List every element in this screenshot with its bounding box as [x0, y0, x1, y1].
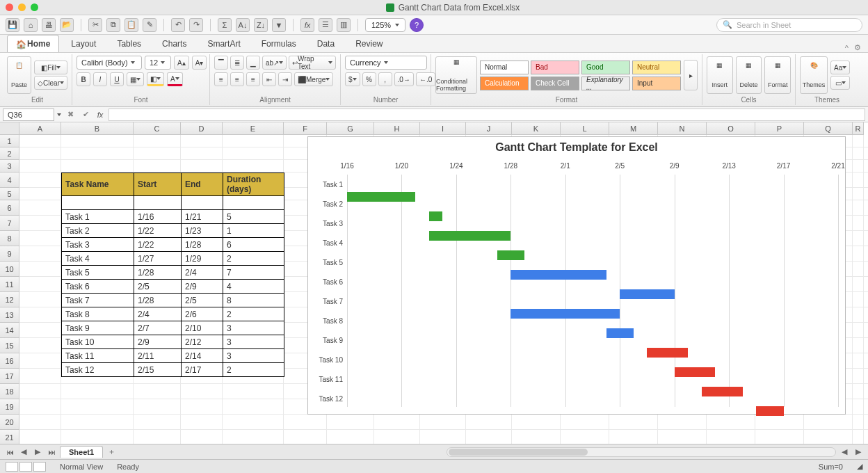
gantt-bar[interactable] — [620, 289, 674, 299]
style-neutral[interactable]: Neutral — [632, 61, 681, 74]
cell[interactable]: Task 2 — [62, 224, 134, 238]
cell-styles-gallery[interactable]: Normal Bad Good Neutral — [480, 61, 681, 74]
merge-button[interactable]: ⬛ Merge — [294, 72, 333, 86]
gantt-bar[interactable] — [756, 406, 783, 416]
column-header-L[interactable]: L — [561, 122, 609, 135]
scroll-right-icon[interactable]: ▶ — [853, 447, 864, 456]
ribbon-tab-review[interactable]: Review — [346, 35, 392, 52]
column-header-P[interactable]: P — [755, 122, 804, 135]
gantt-bar[interactable] — [347, 192, 415, 202]
cell[interactable]: 2/12 — [182, 335, 223, 349]
cell[interactable]: 1 — [223, 224, 284, 238]
row-header-14[interactable]: 14 — [0, 323, 19, 338]
sort-asc-icon[interactable]: A↓ — [236, 18, 250, 32]
column-header-D[interactable]: D — [181, 122, 223, 135]
cell[interactable]: End — [182, 173, 223, 196]
cell[interactable] — [182, 196, 223, 210]
styles-more-icon[interactable]: ▸ — [684, 60, 698, 90]
gantt-bar[interactable] — [702, 387, 743, 396]
style-check-cell[interactable]: Check Cell — [531, 77, 579, 90]
conditional-formatting-button[interactable]: ▦Conditional Formatting — [435, 56, 477, 94]
name-box-dropdown-icon[interactable] — [57, 113, 61, 116]
gantt-bar[interactable] — [511, 309, 620, 319]
next-sheet-icon[interactable]: ▶ — [32, 447, 43, 456]
column-header-F[interactable]: F — [284, 122, 327, 135]
ribbon-tab-layout[interactable]: Layout — [62, 35, 105, 52]
prev-sheet-icon[interactable]: ◀ — [18, 447, 29, 456]
ribbon-tab-formulas[interactable]: Formulas — [252, 35, 305, 52]
align-right-icon[interactable]: ≡ — [246, 72, 260, 86]
gantt-bar[interactable] — [606, 328, 634, 338]
cell[interactable]: Task Name — [62, 173, 134, 196]
row-header-17[interactable]: 17 — [0, 369, 19, 384]
increase-indent-icon[interactable]: ⇥ — [278, 72, 292, 86]
print-icon[interactable]: 🖶 — [42, 18, 56, 32]
column-header-G[interactable]: G — [327, 122, 374, 135]
decrease-indent-icon[interactable]: ⇤ — [262, 72, 276, 86]
cell[interactable]: 2/5 — [182, 294, 223, 307]
align-center-icon[interactable]: ≡ — [230, 72, 244, 86]
style-bad[interactable]: Bad — [531, 61, 579, 74]
cell[interactable]: 5 — [223, 210, 284, 224]
gantt-bar[interactable] — [429, 211, 443, 221]
worksheet[interactable]: ABCDEFGHIJKLMNOPQR 123456789101112131415… — [0, 122, 868, 444]
last-sheet-icon[interactable]: ⏭ — [46, 448, 57, 456]
currency-icon[interactable]: $ — [345, 72, 360, 86]
delete-cells-button[interactable]: ▦Delete — [736, 56, 762, 94]
column-header-J[interactable]: J — [466, 122, 512, 135]
cell[interactable] — [62, 196, 134, 210]
fx-label[interactable]: fx — [95, 111, 106, 119]
row-header-18[interactable]: 18 — [0, 384, 19, 399]
cell[interactable]: 1/23 — [182, 224, 223, 238]
cell[interactable]: Start — [134, 173, 182, 196]
grid-cells[interactable]: Task NameStartEndDuration (days)Task 11/… — [19, 135, 868, 444]
cell[interactable]: 1/21 — [182, 210, 223, 224]
open-icon[interactable]: 📂 — [60, 18, 74, 32]
row-header-12[interactable]: 12 — [0, 292, 19, 307]
fill-color-icon[interactable]: ◧ — [147, 72, 164, 86]
row-header-13[interactable]: 13 — [0, 307, 19, 323]
ribbon-tab-tables[interactable]: Tables — [108, 35, 150, 52]
column-header-K[interactable]: K — [512, 122, 561, 135]
row-header-15[interactable]: 15 — [0, 338, 19, 353]
column-header-M[interactable]: M — [609, 122, 658, 135]
fx-icon[interactable]: fx — [300, 18, 314, 32]
row-header-2[interactable]: 2 — [0, 147, 19, 160]
first-sheet-icon[interactable]: ⏮ — [4, 448, 15, 456]
column-headers[interactable]: ABCDEFGHIJKLMNOPQR — [19, 122, 864, 135]
italic-button[interactable]: I — [93, 72, 107, 86]
row-header-8[interactable]: 8 — [0, 231, 19, 246]
percent-icon[interactable]: % — [362, 72, 376, 86]
comma-icon[interactable]: , — [378, 72, 392, 86]
style-input[interactable]: Input — [632, 77, 681, 90]
top-align-icon[interactable]: ▔ — [214, 56, 228, 70]
cell[interactable]: 2/9 — [134, 335, 182, 349]
paste-icon[interactable]: 📋 — [124, 18, 138, 32]
cell[interactable]: 2/4 — [182, 266, 223, 280]
cell[interactable]: 2/17 — [182, 363, 223, 377]
gantt-bar[interactable] — [647, 348, 688, 358]
select-all-corner[interactable] — [0, 122, 19, 135]
cell[interactable]: Task 12 — [62, 363, 134, 377]
wrap-text-button[interactable]: ↩ Wrap Text — [289, 56, 336, 70]
cell[interactable]: 8 — [223, 294, 284, 307]
align-left-icon[interactable]: ≡ — [214, 72, 228, 86]
cell[interactable]: 2 — [223, 307, 284, 321]
zoom-dropdown[interactable]: 125% — [365, 18, 405, 32]
cell[interactable]: 2 — [223, 252, 284, 266]
cell[interactable]: Task 7 — [62, 294, 134, 307]
row-header-4[interactable]: 4 — [0, 173, 19, 188]
middle-align-icon[interactable]: ≣ — [230, 56, 244, 70]
search-input[interactable]: 🔍 Search in Sheet — [716, 18, 862, 32]
gantt-bar[interactable] — [675, 367, 716, 377]
cell[interactable]: 1/28 — [134, 294, 182, 307]
cell[interactable]: 2/9 — [182, 280, 223, 294]
row-header-3[interactable]: 3 — [0, 160, 19, 173]
cut-icon[interactable]: ✂ — [88, 18, 102, 32]
minimize-icon[interactable] — [18, 3, 26, 11]
cell[interactable]: 2/4 — [134, 307, 182, 321]
cell[interactable]: Task 1 — [62, 210, 134, 224]
chart-icon[interactable]: ▥ — [337, 18, 351, 32]
cell[interactable] — [134, 196, 182, 210]
style-normal[interactable]: Normal — [480, 61, 529, 74]
